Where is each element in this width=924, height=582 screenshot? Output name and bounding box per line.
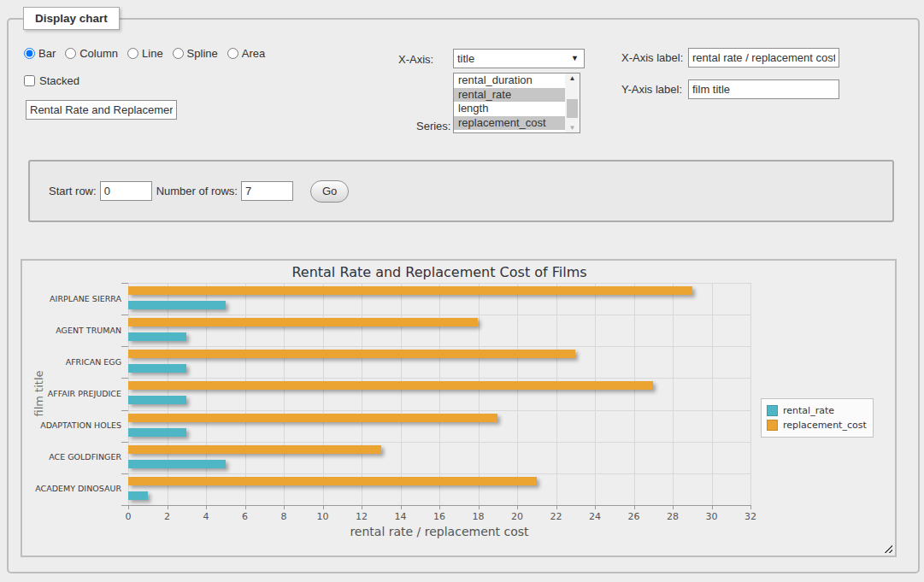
num-rows-label: Number of rows: bbox=[156, 185, 238, 197]
y-tick bbox=[121, 378, 128, 379]
gridline-x bbox=[168, 283, 168, 505]
bar-replacement_cost bbox=[128, 350, 575, 358]
scroll-down-icon[interactable]: ▼ bbox=[565, 124, 580, 132]
gridline-x bbox=[401, 283, 402, 505]
category-label: ACE GOLDFINGER bbox=[26, 452, 121, 461]
x-tick bbox=[750, 505, 751, 509]
legend-text: replacement_cost bbox=[783, 420, 867, 431]
radio-area[interactable] bbox=[227, 48, 238, 59]
series-listbox[interactable]: rental_durationrental_ratelengthreplacem… bbox=[453, 73, 580, 133]
x-axis-select-wrap: title ▼ bbox=[453, 49, 585, 68]
chart-x-axis-title: rental rate / replacement cost bbox=[128, 525, 750, 538]
bar-rental_rate bbox=[128, 428, 186, 437]
gridline-x bbox=[323, 283, 324, 505]
gridline-x bbox=[245, 283, 246, 505]
series-option-replacement_cost[interactable]: replacement_cost bbox=[454, 116, 565, 131]
series-option-rental_rate[interactable]: rental_rate bbox=[454, 88, 565, 103]
chart-type-text-column: Column bbox=[79, 47, 118, 60]
series-label: Series: bbox=[416, 120, 450, 132]
x-tick-label: 6 bbox=[228, 511, 262, 522]
legend-item-replacement_cost[interactable]: replacement_cost bbox=[767, 418, 867, 432]
go-button[interactable]: Go bbox=[310, 180, 349, 203]
chart-type-option-spline[interactable]: Spline bbox=[173, 47, 218, 60]
page: { "panel": { "title": "Display chart" },… bbox=[0, 0, 924, 582]
num-rows-input[interactable] bbox=[241, 181, 293, 201]
bar-replacement_cost bbox=[128, 445, 381, 454]
gridline-x bbox=[479, 283, 480, 505]
x-tick-label: 12 bbox=[344, 511, 379, 522]
fieldset-legend: Display chart bbox=[23, 7, 120, 30]
gridline-y bbox=[128, 505, 750, 506]
chart-y-axis-title: film title bbox=[32, 364, 45, 424]
x-tick-label: 30 bbox=[695, 511, 729, 522]
chart-type-option-area[interactable]: Area bbox=[227, 47, 265, 60]
radio-bar[interactable] bbox=[24, 48, 35, 59]
gridline-x bbox=[128, 283, 129, 505]
category-label: AIRPLANE SIERRA bbox=[26, 294, 121, 303]
y-axis-label-input[interactable] bbox=[688, 79, 839, 99]
x-axis-select[interactable]: title bbox=[453, 49, 585, 68]
bar-replacement_cost bbox=[128, 286, 692, 295]
listbox-scrollbar[interactable]: ▲ ▼ bbox=[565, 73, 580, 132]
gridline-x bbox=[673, 283, 674, 505]
bar-rental_rate bbox=[128, 460, 226, 468]
y-tick bbox=[121, 410, 128, 411]
stacked-checkbox[interactable] bbox=[24, 75, 35, 86]
scrollbar-thumb[interactable] bbox=[567, 99, 578, 118]
x-axis-label-input[interactable] bbox=[688, 48, 839, 68]
x-tick-label: 28 bbox=[656, 511, 690, 522]
chart-type-text-line: Line bbox=[142, 47, 163, 60]
radio-line[interactable] bbox=[127, 48, 138, 59]
bar-rental_rate bbox=[128, 396, 186, 404]
series-option-length[interactable]: length bbox=[454, 102, 565, 116]
chart-type-text-spline: Spline bbox=[187, 47, 218, 60]
category-label: ACADEMY DINOSAUR bbox=[26, 484, 121, 493]
x-tick-label: 2 bbox=[150, 511, 185, 522]
gridline-y bbox=[128, 378, 750, 379]
chart-type-option-bar[interactable]: Bar bbox=[24, 47, 56, 60]
bar-rental_rate bbox=[128, 491, 148, 500]
x-tick-label: 20 bbox=[500, 511, 534, 522]
scroll-up-icon[interactable]: ▲ bbox=[565, 74, 580, 82]
radio-spline[interactable] bbox=[173, 48, 184, 59]
start-row-input[interactable] bbox=[100, 181, 152, 201]
gridline-x bbox=[712, 283, 713, 505]
x-tick-label: 4 bbox=[189, 511, 223, 522]
legend-swatch bbox=[767, 405, 778, 416]
gridline-x bbox=[206, 283, 207, 505]
stacked-row: Stacked bbox=[24, 74, 79, 87]
chart-type-option-column[interactable]: Column bbox=[65, 47, 118, 60]
y-tick bbox=[121, 283, 128, 284]
y-tick bbox=[121, 442, 128, 443]
x-axis-label-label: X-Axis label: bbox=[621, 51, 683, 64]
gridline-x bbox=[556, 283, 557, 505]
bar-rental_rate bbox=[128, 301, 226, 309]
gridline-y bbox=[128, 473, 750, 474]
legend-text: rental_rate bbox=[783, 405, 834, 416]
chart-type-option-line[interactable]: Line bbox=[127, 47, 163, 60]
category-label: AGENT TRUMAN bbox=[26, 326, 121, 335]
radio-column[interactable] bbox=[65, 48, 76, 59]
legend-item-rental_rate[interactable]: rental_rate bbox=[767, 403, 867, 418]
y-axis-label-label: Y-Axis label: bbox=[621, 83, 682, 96]
series-option-rental_duration[interactable]: rental_duration bbox=[454, 73, 565, 88]
legend-swatch bbox=[767, 420, 778, 431]
y-tick bbox=[121, 346, 128, 347]
gridline-y bbox=[128, 410, 750, 411]
chart-panel: Rental Rate and Replacement Cost of Film… bbox=[21, 259, 897, 557]
gridline-y bbox=[128, 283, 750, 284]
y-tick bbox=[121, 315, 128, 315]
bar-replacement_cost bbox=[128, 381, 653, 390]
chart-type-radios: BarColumnLineSplineArea bbox=[24, 47, 265, 60]
x-tick-label: 0 bbox=[111, 511, 145, 522]
gridline-x bbox=[750, 283, 751, 505]
stacked-label: Stacked bbox=[39, 74, 79, 87]
gridline-x bbox=[439, 283, 440, 505]
chart-title-input[interactable] bbox=[26, 100, 177, 120]
chart-type-text-area: Area bbox=[242, 47, 265, 60]
bar-replacement_cost bbox=[128, 414, 497, 422]
chart-canvas: Rental Rate and Replacement Cost of Film… bbox=[22, 261, 895, 556]
y-tick bbox=[121, 473, 128, 474]
x-tick-label: 8 bbox=[267, 511, 301, 522]
chart-type-text-bar: Bar bbox=[38, 47, 56, 60]
